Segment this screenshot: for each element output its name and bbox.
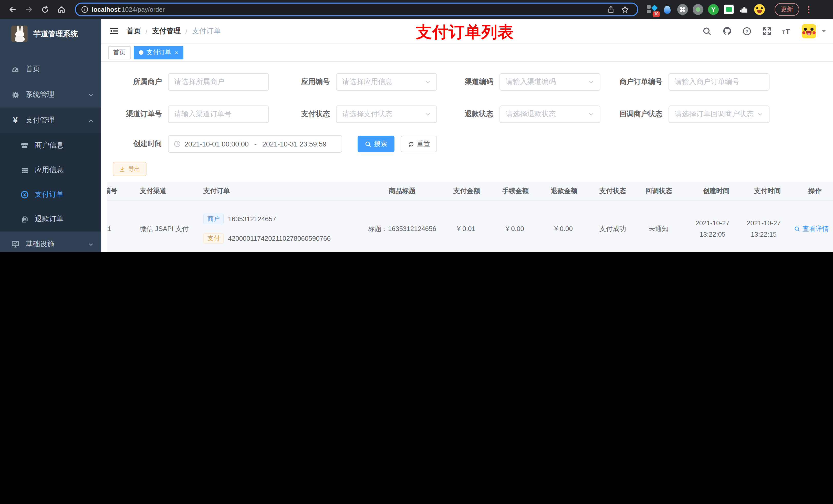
date-start: 2021-10-01 00:00:00	[185, 140, 249, 148]
document-icon	[21, 215, 29, 223]
tag-pay-order[interactable]: 支付订单×	[134, 46, 184, 59]
navbar-actions: ? TT	[702, 24, 826, 38]
filter-channel-code: 渠道编码 请输入渠道编码	[438, 73, 600, 91]
reset-button[interactable]: 重置	[401, 136, 437, 152]
create-time: 13:22:05	[699, 230, 725, 238]
app-select[interactable]: 请选择应用信息	[336, 73, 437, 91]
col-channel: 支付渠道	[125, 182, 203, 200]
github-icon[interactable]	[722, 26, 732, 36]
sidebar-item-merchant-info[interactable]: 商户信息	[0, 133, 101, 158]
refund-amount: ¥ 0.00	[551, 200, 599, 252]
help-icon[interactable]: ?	[742, 26, 752, 36]
forward-button[interactable]	[22, 3, 35, 16]
breadcrumb-separator: /	[186, 27, 188, 35]
ext-puzzle-icon[interactable]	[739, 4, 749, 15]
logo-row: 芋道管理系统	[0, 19, 101, 47]
pay-status-select[interactable]: 请选择支付状态	[336, 105, 437, 123]
pay-tag: 支付	[204, 233, 224, 244]
refund-status-select[interactable]: 请选择退款状态	[499, 105, 600, 123]
home-button[interactable]	[55, 3, 68, 16]
site-info-icon[interactable]	[81, 6, 89, 13]
chevron-down-icon	[588, 111, 594, 117]
filter-channel-order-no: 渠道订单号 请输入渠道订单号	[106, 105, 269, 123]
reload-icon	[41, 5, 49, 14]
ext-emoji-icon[interactable]	[754, 4, 765, 15]
sidebar-item-home[interactable]: 首页	[0, 56, 101, 82]
breadcrumb-pay-manage[interactable]: 支付管理	[152, 26, 181, 35]
font-size-icon[interactable]: TT	[782, 26, 792, 36]
close-icon[interactable]: ×	[175, 49, 178, 56]
date-end: 2021-10-31 23:59:59	[262, 140, 327, 148]
ext-tabs-icon[interactable]: 10	[646, 4, 657, 15]
chevron-down-icon	[88, 92, 94, 98]
update-button[interactable]: 更新	[775, 3, 799, 16]
caret-down-icon	[822, 30, 826, 34]
fullscreen-icon[interactable]	[762, 26, 772, 36]
navbar: 首页 / 支付管理 / 支付订单 支付订单列表 ? TT	[101, 19, 833, 44]
ext-balloon-icon[interactable]	[662, 4, 673, 15]
ext-y-icon[interactable]: Y	[708, 4, 719, 15]
back-button[interactable]	[6, 3, 19, 16]
forward-icon	[24, 5, 33, 14]
home-icon	[57, 5, 66, 14]
refresh-icon	[407, 141, 414, 147]
pay-time: 13:22:15	[751, 230, 777, 238]
search-icon[interactable]	[702, 26, 712, 36]
shop-icon	[21, 141, 29, 149]
ext-record-icon[interactable]	[693, 4, 704, 15]
col-notify-status: 回调状态	[645, 182, 692, 200]
fee-amount: ¥ 0.00	[502, 200, 551, 252]
filter-merchant: 所属商户 请选择所属商户	[106, 73, 269, 91]
avatar[interactable]	[802, 24, 816, 38]
chevron-down-icon	[588, 79, 594, 85]
search-button[interactable]: 搜索	[358, 136, 395, 152]
view-detail-link[interactable]: 查看详情	[794, 224, 829, 233]
tag-home[interactable]: 首页	[108, 46, 130, 59]
sidebar-item-label: 系统管理	[26, 90, 54, 99]
col-create-time: 创建时间	[692, 182, 743, 200]
download-icon	[119, 166, 125, 172]
filter-merchant-order-no: 商户订单编号 请输入商户订单编号	[607, 73, 769, 91]
collapse-sidebar-button[interactable]	[108, 25, 119, 37]
date-range-input[interactable]: 2021-10-01 00:00:00 - 2021-10-31 23:59:5…	[168, 135, 342, 153]
sidebar-item-pay-order[interactable]: ¥ 支付订单	[0, 182, 101, 207]
share-icon[interactable]	[607, 6, 615, 13]
sidebar-item-label: 退款订单	[35, 215, 64, 224]
channel-order-no-input[interactable]: 请输入渠道订单号	[168, 105, 269, 123]
chevron-down-icon	[425, 79, 431, 85]
notify-status: 未通知	[645, 200, 692, 252]
table-row: 21 微信 JSAPI 支付 商户1635312124657 支付4200001…	[107, 200, 833, 252]
content: 所属商户 请选择所属商户 应用编号 请选择应用信息 渠道编码 请输入渠道编码 商…	[101, 62, 833, 252]
dashboard-icon	[11, 65, 20, 73]
ext-chat-icon[interactable]	[723, 4, 734, 15]
sidebar-item-app-info[interactable]: 应用信息	[0, 158, 101, 182]
sidebar-item-label: 支付管理	[26, 116, 54, 125]
pay-date: 2021-10-27	[747, 219, 781, 226]
clock-icon	[174, 140, 181, 147]
hamburger-icon	[109, 26, 119, 36]
pay-submenu: 商户信息 应用信息 ¥ 支付订单 退款订单	[0, 133, 101, 232]
browser-menu-icon[interactable]	[808, 6, 809, 13]
bookmark-star-icon[interactable]	[621, 5, 629, 14]
grid-icon	[21, 166, 29, 174]
merchant-order-no-input[interactable]: 请输入商户订单编号	[669, 73, 769, 91]
sidebar-item-pay[interactable]: ¥ 支付管理	[0, 107, 101, 133]
sidebar-item-infrastructure[interactable]: 基础设施	[0, 232, 101, 252]
breadcrumb-home[interactable]: 首页	[126, 26, 141, 35]
col-id: 编号	[107, 187, 117, 196]
export-button[interactable]: 导出	[113, 162, 146, 176]
ext-command-icon[interactable]	[677, 4, 688, 15]
chevron-up-icon	[88, 118, 94, 123]
chevron-down-icon	[757, 111, 763, 117]
reload-button[interactable]	[39, 3, 52, 16]
table-header-row: 编号 支付渠道 支付订单 商品标题 支付金额 手续金额 退款金额 支付状态 回调…	[107, 182, 833, 200]
channel-code-select[interactable]: 请输入渠道编码	[499, 73, 600, 91]
sidebar-item-refund-order[interactable]: 退款订单	[0, 207, 101, 232]
url-bar[interactable]: localhost:1024/pay/order	[75, 3, 638, 16]
col-pay-order: 支付订单	[203, 182, 351, 200]
col-fee-amount: 手续金额	[502, 182, 551, 200]
merchant-select[interactable]: 请选择所属商户	[168, 73, 269, 91]
sidebar-item-system[interactable]: 系统管理	[0, 82, 101, 107]
notify-status-select[interactable]: 请选择订单回调商户状态	[669, 105, 769, 123]
app-logo	[11, 26, 28, 42]
